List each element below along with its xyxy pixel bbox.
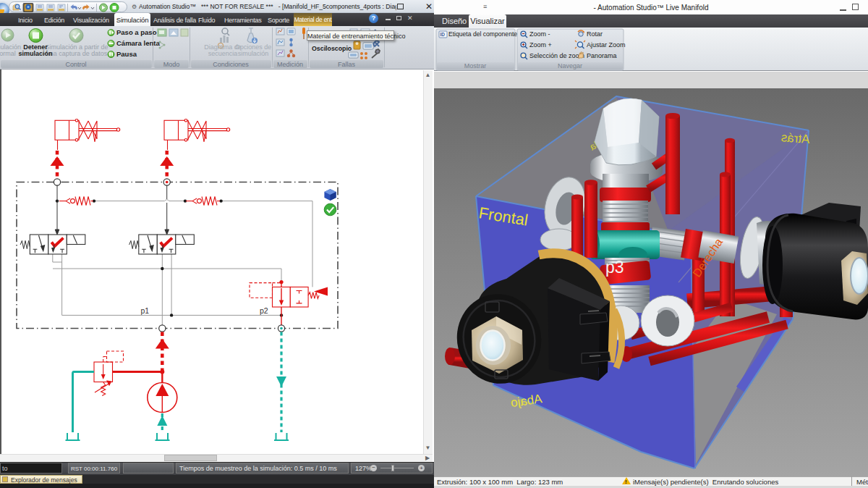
svg-text:Zoom +: Zoom + [529, 41, 552, 49]
svg-text:Atrás: Atrás [780, 130, 810, 146]
svg-text:secuencia: secuencia [208, 50, 238, 57]
svg-text:simulación: simulación [238, 50, 269, 57]
svg-text:Selección de zoom: Selección de zoom [529, 52, 584, 59]
svg-text:simulación: simulación [18, 50, 52, 57]
svg-text:Zoom -: Zoom - [529, 30, 550, 38]
svg-text:p1: p1 [141, 306, 150, 315]
svg-text:Medición: Medición [277, 61, 303, 68]
svg-text:Paso a paso: Paso a paso [116, 28, 157, 36]
svg-text:p3: p3 [605, 258, 624, 277]
svg-text:p2: p2 [260, 306, 268, 315]
svg-text:Mostrar: Mostrar [464, 62, 487, 70]
svg-text:Pausa: Pausa [116, 50, 137, 58]
svg-text:Cámara lenta: Cámara lenta [116, 39, 160, 47]
svg-text:Panorama: Panorama [587, 52, 617, 59]
svg-text:Modo: Modo [163, 61, 180, 68]
svg-text:normal: normal [0, 50, 16, 57]
svg-text:una captura de datos: una captura de datos [46, 50, 108, 57]
svg-text:Etiqueta del componente: Etiqueta del componente [448, 30, 517, 38]
svg-text:ID: ID [441, 32, 446, 37]
svg-text:Rotar: Rotar [587, 30, 603, 38]
svg-text:Fallas: Fallas [338, 61, 356, 68]
svg-text:Osciloscopio: Osciloscopio [312, 45, 352, 52]
svg-text:Control: Control [65, 61, 86, 68]
svg-text:Ajustar Zoom: Ajustar Zoom [587, 41, 626, 49]
svg-text:Condiciones: Condiciones [213, 61, 249, 68]
svg-text:Navegar: Navegar [558, 62, 582, 70]
